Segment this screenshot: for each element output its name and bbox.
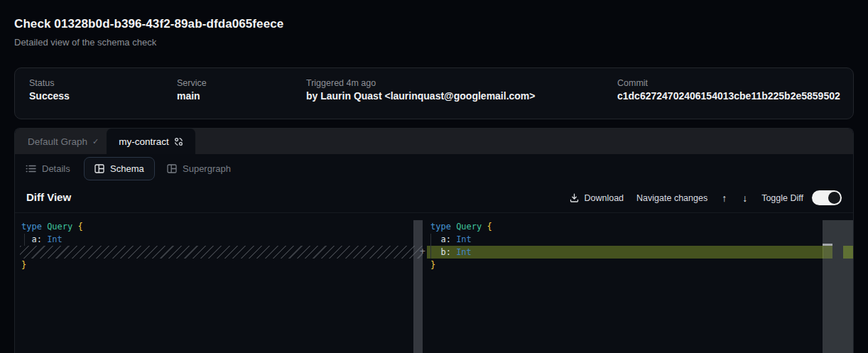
check-meta-card: Status Success Service main Triggered 4m… (14, 67, 854, 119)
diff-header: Diff View Download Navigate changes ↑ ↓ (15, 183, 853, 213)
toggle-diff-switch[interactable] (812, 190, 842, 205)
overview-ruler-scrollbar[interactable] (823, 220, 853, 353)
tab-supergraph[interactable]: Supergraph (167, 163, 231, 174)
check-detail-panel: Default Graph ✓ my-contract (14, 128, 854, 353)
contract-compare-icon (174, 137, 183, 146)
added-line-plus-icon: + (417, 246, 428, 257)
download-icon (570, 193, 579, 202)
code-line: type Query { (15, 220, 423, 233)
layout-panels-icon (167, 164, 177, 173)
code-line (20, 246, 423, 259)
meta-status-label: Status (29, 78, 54, 88)
tab-details-label: Details (42, 163, 70, 174)
list-icon (26, 164, 36, 173)
code-line: a: Int (15, 233, 423, 246)
graph-tab-bar: Default Graph ✓ my-contract (15, 129, 853, 154)
schema-diff-editor: type Query { a: Int} type Query { a: Int… (15, 213, 853, 353)
left-pane-scrollbar[interactable] (413, 220, 423, 353)
tab-schema[interactable]: Schema (84, 157, 155, 180)
code-line: a: Int (427, 233, 823, 246)
code-line: type Query { (427, 220, 823, 233)
tab-schema-label: Schema (110, 163, 144, 174)
tab-my-contract-label: my-contract (119, 136, 169, 147)
code-line: } (15, 259, 423, 271)
page-subtitle: Detailed view of the schema check (14, 37, 156, 48)
ruler-added-marker (843, 246, 853, 259)
tab-default-graph[interactable]: Default Graph ✓ (28, 129, 99, 154)
diff-view-title: Diff View (26, 191, 71, 203)
meta-commit-label: Commit (617, 78, 648, 88)
indent-guide (24, 234, 25, 246)
navigate-changes-label: Navigate changes (636, 193, 707, 203)
meta-status-value: Success (29, 90, 70, 102)
check-icon: ✓ (92, 137, 99, 146)
meta-triggered-value: by Laurin Quast <laurinquast@googlemail.… (306, 90, 536, 102)
previous-change-button[interactable]: ↑ (720, 192, 728, 204)
meta-service-label: Service (177, 78, 207, 88)
meta-commit-value: c1dc62724702406154013cbe11b225b2e5859502 (617, 90, 840, 102)
tab-my-contract[interactable]: my-contract (107, 129, 195, 154)
diff-controls: Download Navigate changes ↑ ↓ Toggle Dif… (570, 183, 842, 213)
indent-guide (430, 234, 431, 259)
diff-pane-original: type Query { a: Int} (15, 213, 423, 353)
arrow-down-icon: ↓ (742, 192, 747, 204)
layout-panels-icon (94, 164, 104, 173)
ruler-added-shadow (823, 246, 832, 259)
arrow-up-icon: ↑ (722, 192, 727, 204)
tab-supergraph-label: Supergraph (183, 163, 231, 174)
tab-default-graph-label: Default Graph (28, 136, 87, 147)
download-button[interactable]: Download (570, 193, 624, 203)
toggle-knob (828, 192, 840, 204)
tab-details[interactable]: Details (26, 163, 70, 174)
view-tab-bar: Details Schema Supergraph (15, 154, 853, 183)
meta-service-value: main (177, 90, 200, 102)
code-line: } (427, 259, 823, 271)
next-change-button[interactable]: ↓ (741, 192, 749, 204)
meta-triggered-label: Triggered 4m ago (306, 78, 376, 88)
page-title: Check 01328b0d-b396-43f2-89ab-dfda065fee… (14, 17, 283, 31)
download-button-label: Download (584, 193, 624, 203)
diff-pane-modified: type Query { a: Int b: Int} (427, 213, 823, 353)
toggle-diff-label: Toggle Diff (761, 193, 803, 203)
code-line: b: Int (427, 246, 823, 259)
